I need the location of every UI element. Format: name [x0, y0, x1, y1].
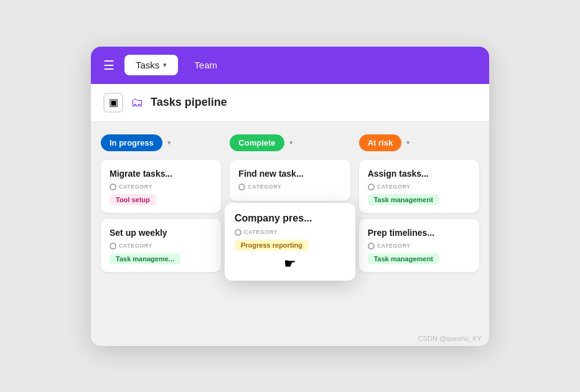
tab-team[interactable]: Team — [183, 55, 228, 75]
card-migrate-tag: Tool setup — [110, 194, 156, 205]
badge-at-risk[interactable]: At risk — [359, 134, 401, 151]
col-arrow-complete[interactable]: ▾ — [289, 139, 293, 147]
card-migrate-tasks[interactable]: Migrate tasks... CATEGORY Tool setup — [101, 160, 221, 213]
card-find-new-task[interactable]: Find new task... CATEGORY — [230, 160, 350, 201]
header: ☰ Tasks ▾ Team — [91, 47, 489, 84]
card-prep-title: Prep timelines... — [368, 228, 470, 238]
pipeline-title: Tasks pipeline — [151, 96, 227, 109]
card-assign-tag: Task management — [368, 194, 439, 205]
tab-team-label: Team — [194, 60, 217, 70]
subheader: ▣ 🗂 Tasks pipeline — [91, 84, 489, 122]
card-migrate-label: CATEGORY — [110, 184, 212, 190]
card-setup-label: CATEGORY — [110, 243, 212, 250]
tab-tasks[interactable]: Tasks ▾ — [124, 55, 178, 75]
card-prep-label: CATEGORY — [368, 243, 470, 250]
icon-box-symbol: ▣ — [109, 96, 118, 108]
cursor-icon: ☛ — [235, 256, 345, 272]
card-assign-tasks[interactable]: Assign tasks... CATEGORY Task management — [359, 160, 479, 213]
col-arrow-in-progress[interactable]: ▾ — [167, 139, 171, 147]
tab-tasks-label: Tasks — [136, 60, 159, 70]
card-set-up-weekly[interactable]: Set up weekly CATEGORY Task manageme... — [101, 219, 221, 272]
popup-label: CATEGORY — [235, 229, 345, 236]
tab-tasks-arrow: ▾ — [163, 61, 167, 69]
card-migrate-title: Migrate tasks... — [110, 169, 212, 179]
view-toggle-icon[interactable]: ▣ — [103, 93, 123, 113]
badge-complete[interactable]: Complete — [230, 134, 284, 151]
col-header-at-risk: At risk ▾ — [359, 134, 479, 151]
card-find-label: CATEGORY — [238, 184, 341, 190]
popup-card[interactable]: Company pres... CATEGORY Progress report… — [225, 203, 355, 281]
popup-tag: Progress reporting — [235, 240, 309, 251]
card-prep-timelines[interactable]: Prep timelines... CATEGORY Task manageme… — [359, 219, 479, 272]
card-assign-label: CATEGORY — [368, 184, 470, 190]
badge-in-progress[interactable]: In progress — [101, 134, 162, 151]
card-assign-title: Assign tasks... — [368, 169, 470, 179]
card-setup-title: Set up weekly — [110, 228, 212, 238]
column-in-progress: In progress ▾ Migrate tasks... CATEGORY … — [101, 134, 221, 334]
menu-icon[interactable]: ☰ — [103, 58, 115, 73]
card-setup-tag: Task manageme... — [110, 253, 180, 264]
col-arrow-at-risk[interactable]: ▾ — [406, 139, 410, 147]
col-header-complete: Complete ▾ — [230, 134, 350, 151]
pipeline-icon: 🗂 — [131, 95, 143, 110]
column-at-risk: At risk ▾ Assign tasks... CATEGORY Task … — [359, 134, 479, 334]
popup-title: Company pres... — [235, 213, 345, 224]
app-window: ☰ Tasks ▾ Team ▣ 🗂 Tasks pipeline In pro… — [91, 47, 489, 346]
card-prep-tag: Task management — [368, 253, 439, 264]
card-find-title: Find new task... — [238, 169, 341, 179]
watermark: CSDN @queshu_KY — [418, 335, 482, 342]
col-header-in-progress: In progress ▾ — [101, 134, 221, 151]
board: In progress ▾ Migrate tasks... CATEGORY … — [91, 122, 489, 346]
